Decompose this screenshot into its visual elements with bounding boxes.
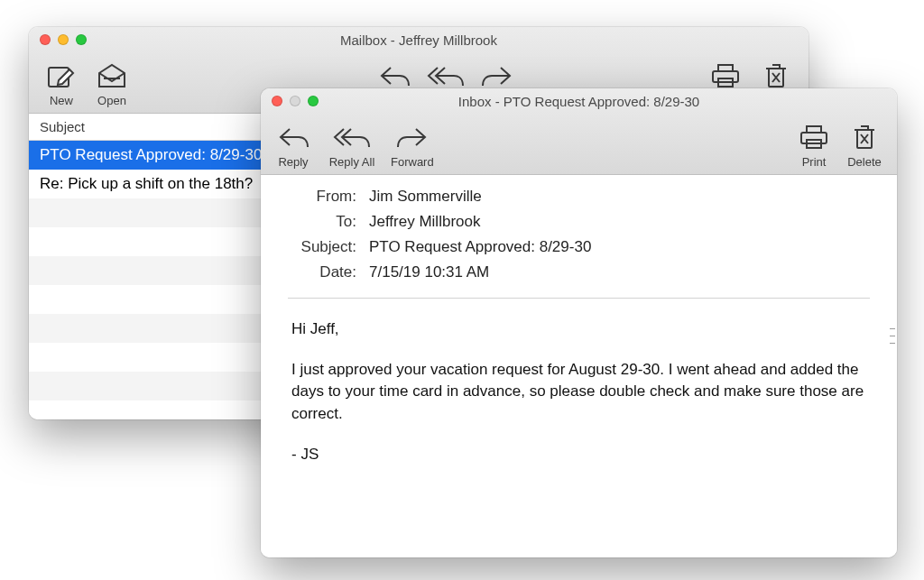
reply-arrow-icon xyxy=(275,121,311,153)
resize-mark[interactable] xyxy=(890,336,895,336)
mailbox-title: Mailbox - Jeffrey Millbrook xyxy=(29,32,808,48)
body-signoff: - JS xyxy=(291,444,866,466)
trash-icon xyxy=(762,60,790,92)
printer-icon xyxy=(798,121,830,153)
forward-arrow-icon xyxy=(479,60,515,92)
reply-all-arrow-icon xyxy=(331,121,373,153)
resize-mark[interactable] xyxy=(890,328,895,329)
date-value: 7/15/19 10:31 AM xyxy=(369,263,870,281)
from-label: From: xyxy=(288,188,369,206)
delete-label: Delete xyxy=(847,155,882,169)
open-envelope-icon xyxy=(96,60,128,92)
mailbox-traffic-lights xyxy=(29,34,87,45)
zoom-dot[interactable] xyxy=(308,96,319,106)
reply-all-button[interactable]: Reply All xyxy=(320,119,383,169)
message-body: From: Jim Sommerville To: Jeffrey Millbr… xyxy=(261,175,897,557)
message-titlebar: Inbox - PTO Request Approved: 8/29-30 Re… xyxy=(261,88,897,175)
open-label: Open xyxy=(97,94,126,107)
body-greeting: Hi Jeff, xyxy=(291,318,866,341)
mailbox-reply-button[interactable] xyxy=(371,58,418,92)
minimize-dot[interactable] xyxy=(290,96,300,106)
forward-arrow-icon xyxy=(394,121,430,153)
message-text: Hi Jeff, I just approved your vacation r… xyxy=(288,318,870,465)
forward-button[interactable]: Forward xyxy=(387,119,438,169)
zoom-dot[interactable] xyxy=(76,34,87,45)
svg-rect-5 xyxy=(807,126,821,133)
reply-all-arrow-icon xyxy=(425,60,467,92)
date-label: Date: xyxy=(288,263,369,281)
mailbox-reply-all-button[interactable] xyxy=(421,58,470,92)
svg-rect-6 xyxy=(801,133,827,143)
message-toolbar: Reply Reply All xyxy=(261,114,897,174)
mailbox-forward-button[interactable] xyxy=(474,58,521,92)
to-label: To: xyxy=(288,213,369,231)
compose-icon xyxy=(46,60,77,92)
delete-button[interactable]: Delete xyxy=(841,119,888,169)
trash-icon xyxy=(851,121,878,153)
reply-label: Reply xyxy=(278,155,308,169)
message-traffic-lights xyxy=(261,96,319,106)
resize-mark[interactable] xyxy=(890,343,895,344)
from-value: Jim Sommerville xyxy=(369,188,870,206)
message-window: Inbox - PTO Request Approved: 8/29-30 Re… xyxy=(261,88,897,557)
close-dot[interactable] xyxy=(272,96,282,106)
mailbox-delete-button[interactable] xyxy=(753,58,799,92)
subject-value: PTO Request Approved: 8/29-30 xyxy=(369,238,870,256)
print-label: Print xyxy=(802,155,827,169)
subject-label: Subject: xyxy=(288,238,369,256)
to-value: Jeffrey Millbrook xyxy=(369,213,870,231)
new-label: New xyxy=(50,94,73,107)
close-dot[interactable] xyxy=(40,34,51,45)
mailbox-print-button[interactable] xyxy=(702,58,749,92)
reply-arrow-icon xyxy=(376,60,412,92)
print-button[interactable]: Print xyxy=(790,119,837,169)
body-paragraph: I just approved your vacation request fo… xyxy=(291,359,866,426)
open-button[interactable]: Open xyxy=(88,58,135,107)
message-headers: From: Jim Sommerville To: Jeffrey Millbr… xyxy=(288,184,870,285)
svg-rect-2 xyxy=(713,71,738,82)
message-title: Inbox - PTO Request Approved: 8/29-30 xyxy=(261,94,897,109)
forward-label: Forward xyxy=(391,155,434,169)
header-divider xyxy=(288,298,870,299)
new-button[interactable]: New xyxy=(38,58,85,107)
reply-all-label: Reply All xyxy=(329,155,375,169)
svg-rect-1 xyxy=(718,65,733,71)
printer-icon xyxy=(709,60,742,92)
reply-button[interactable]: Reply xyxy=(270,119,317,169)
minimize-dot[interactable] xyxy=(58,34,69,45)
